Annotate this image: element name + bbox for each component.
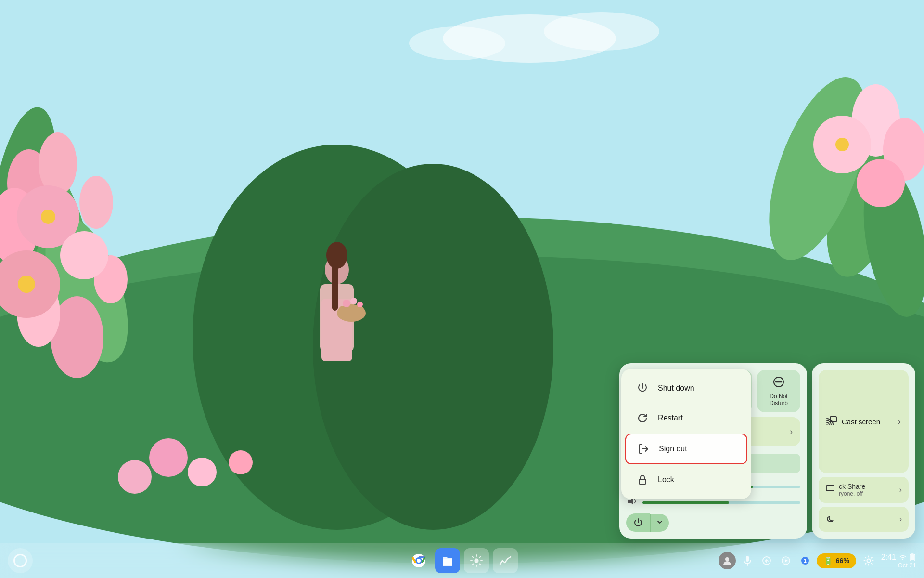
bluetooth-chevron: › (790, 427, 793, 437)
time-date-display[interactable]: 2:41 Oct 21 (881, 553, 916, 569)
cast-icon (826, 416, 837, 427)
battery-indicator[interactable]: 🔋 66% (817, 553, 856, 568)
svg-rect-62 (830, 417, 836, 422)
quick-settings-panel: Google Pixel Strong › Screencapture (619, 363, 915, 539)
svg-point-28 (41, 210, 55, 224)
wifi-tray-icon (899, 553, 907, 561)
play-tray-icon[interactable] (778, 553, 794, 568)
restart-label: Restart (658, 414, 683, 422)
nightlight-icon (825, 513, 835, 525)
right-panel-tiles: ck Share ryone, off › › (819, 477, 909, 532)
taskbar-left (8, 548, 33, 573)
svg-rect-35 (332, 263, 338, 311)
shutdown-item[interactable]: Shut down (625, 374, 747, 403)
main-panel: Google Pixel Strong › Screencapture (619, 363, 807, 539)
settings-app[interactable] (464, 548, 489, 573)
svg-point-14 (79, 176, 113, 229)
shutdown-label: Shut down (658, 384, 694, 393)
nightlight-tile[interactable]: › (819, 507, 909, 532)
svg-rect-83 (911, 555, 914, 560)
svg-rect-61 (639, 479, 646, 484)
svg-point-79 (867, 559, 870, 563)
svg-point-38 (343, 300, 350, 307)
volume-fill (642, 501, 729, 504)
svg-point-80 (902, 558, 903, 559)
cast-screen-label: Cast screen (842, 418, 893, 426)
lock-label: Lock (658, 475, 674, 484)
battery-tray-icon (910, 553, 916, 561)
svg-point-30 (835, 138, 849, 151)
taskbar-center (406, 548, 518, 573)
files-app[interactable] (435, 548, 460, 573)
svg-rect-72 (746, 556, 749, 562)
date-display: Oct 21 (881, 562, 916, 569)
screen-share-icon (825, 484, 835, 496)
svg-point-41 (149, 438, 188, 477)
signout-label: Sign out (659, 445, 687, 453)
power-button[interactable] (626, 513, 650, 532)
svg-point-2 (544, 12, 659, 51)
svg-point-44 (229, 450, 253, 474)
upload-tray-icon[interactable] (759, 553, 774, 568)
do-not-disturb-label: Do NotDisturb (770, 393, 788, 407)
svg-rect-69 (443, 559, 452, 565)
svg-rect-64 (826, 486, 834, 491)
svg-point-40 (357, 302, 363, 307)
svg-point-39 (350, 298, 357, 304)
signout-icon (636, 441, 651, 457)
svg-rect-82 (911, 553, 914, 555)
do-not-disturb-tile[interactable]: Do NotDisturb (757, 370, 800, 412)
battery-percent: 66% (836, 557, 849, 565)
battery-icon-symbol: 🔋 (823, 556, 833, 565)
svg-point-27 (857, 159, 905, 207)
svg-point-3 (409, 26, 505, 60)
metrics-app[interactable] (493, 548, 518, 573)
settings-tray-button[interactable] (860, 552, 877, 569)
svg-point-71 (725, 557, 729, 561)
screen-share-label: ck Share (839, 483, 896, 490)
profile-tray-icon[interactable] (719, 552, 736, 569)
svg-text:1: 1 (804, 558, 807, 564)
power-expand-button[interactable] (650, 514, 669, 532)
svg-point-20 (60, 231, 108, 279)
do-not-disturb-icon (772, 376, 785, 390)
mic-tray-icon[interactable] (740, 553, 755, 568)
cast-screen-tile[interactable]: Cast screen › (819, 370, 909, 473)
lock-item[interactable]: Lock (625, 465, 747, 494)
lock-icon (635, 472, 650, 487)
taskbar: 1 🔋 66% 2:41 (0, 543, 924, 578)
restart-icon (635, 410, 650, 426)
svg-rect-37 (339, 306, 364, 318)
side-panel: Cast screen › ck Share ryone, off › (812, 363, 915, 539)
taskbar-right: 1 🔋 66% 2:41 (719, 552, 916, 569)
chrome-app[interactable] (406, 548, 431, 573)
screen-share-chevron: › (899, 486, 902, 494)
launcher-button[interactable] (8, 548, 33, 573)
time-display: 2:41 (881, 553, 896, 562)
screen-share-sub: ryone, off (839, 490, 896, 497)
notification-badge[interactable]: 1 (797, 553, 813, 568)
power-menu: Shut down Restart (621, 369, 751, 499)
svg-point-63 (826, 424, 828, 425)
svg-point-42 (188, 458, 217, 486)
profiles-area (719, 552, 736, 569)
svg-point-43 (118, 460, 152, 494)
svg-point-70 (475, 559, 478, 563)
power-button-area: Shut down Restart (626, 513, 800, 532)
svg-marker-60 (628, 498, 633, 505)
screen-share-tile[interactable]: ck Share ryone, off › (819, 477, 909, 503)
svg-point-68 (417, 559, 421, 563)
cast-chevron: › (898, 417, 901, 427)
power-menu-container: Shut down Restart (626, 513, 669, 532)
svg-point-29 (18, 276, 35, 293)
signout-item[interactable]: Sign out (625, 434, 747, 464)
restart-item[interactable]: Restart (625, 404, 747, 433)
shutdown-icon (635, 381, 650, 396)
launcher-icon (13, 554, 27, 567)
volume-track[interactable] (642, 501, 800, 504)
nightlight-chevron: › (899, 515, 902, 524)
